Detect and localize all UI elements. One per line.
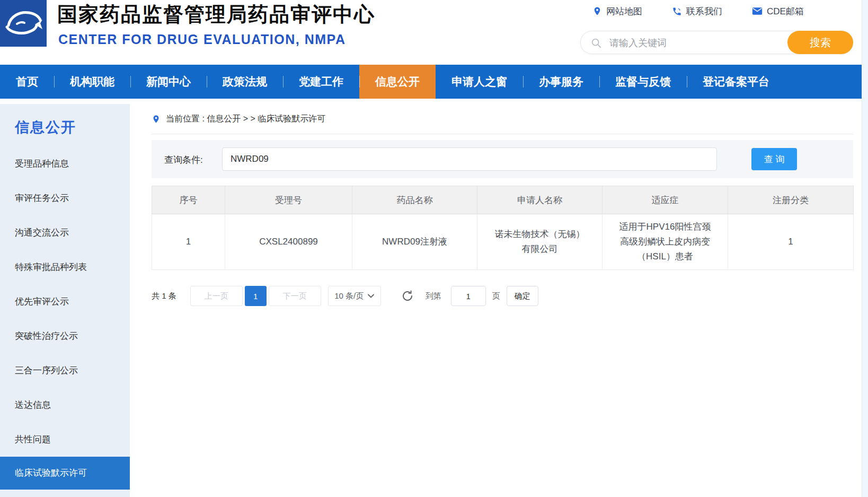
nav-item-party[interactable]: 党建工作 (283, 65, 359, 99)
nav-item-supervision[interactable]: 监督与反馈 (599, 65, 687, 99)
sidebar-item-breakthrough-therapy[interactable]: 突破性治疗公示 (0, 319, 130, 353)
sidebar-title: 信息公开 (0, 104, 130, 137)
nav-item-functions[interactable]: 机构职能 (54, 65, 130, 99)
search-icon (590, 37, 602, 49)
site-title-chinese: 国家药品监督管理局药品审评中心 (57, 1, 375, 28)
cde-mail-link[interactable]: CDE邮箱 (752, 5, 804, 18)
query-condition-input[interactable] (222, 147, 717, 171)
sidebar-item-three-in-one[interactable]: 三合一序列公示 (0, 353, 130, 388)
nav-item-home[interactable]: 首页 (0, 65, 54, 99)
sidebar-item-delivery-info[interactable]: 送达信息 (0, 388, 130, 422)
cde-mail-label: CDE邮箱 (767, 5, 804, 18)
goto-page-input[interactable] (451, 286, 486, 306)
pagination-total: 共 1 条 (152, 291, 176, 301)
nav-item-registration-platform[interactable]: 登记备案平台 (687, 65, 785, 99)
col-acceptance-number: 受理号 (225, 186, 352, 214)
cell-drug-name: NWRD09注射液 (352, 214, 477, 270)
cde-logo[interactable] (0, 0, 47, 47)
query-button[interactable]: 查 询 (751, 148, 797, 170)
pagination: 共 1 条 上一页 1 下一页 10 条/页 到第 页 确定 (152, 286, 853, 306)
sidebar-items: 受理品种信息 审评任务公示 沟通交流公示 特殊审批品种列表 优先审评公示 突破性… (0, 146, 130, 490)
nav-item-services[interactable]: 办事服务 (523, 65, 599, 99)
contact-label: 联系我们 (686, 5, 722, 18)
page-number-1[interactable]: 1 (245, 286, 267, 306)
map-pin-icon (592, 6, 602, 16)
sidebar-item-clinical-trial-implied-license[interactable]: 临床试验默示许可 (0, 457, 130, 490)
table-row: 1 CXSL2400899 NWRD09注射液 诺未生物技术（无锡）有限公司 适… (152, 214, 854, 270)
sidebar-item-special-approval[interactable]: 特殊审批品种列表 (0, 250, 130, 284)
site-title-english: CENTER FOR DRUG EVALUATION, NMPA (58, 32, 346, 47)
query-condition-label: 查询条件: (164, 154, 203, 166)
mail-icon (752, 7, 763, 15)
cde-nmpa-page: 国家药品监督管理局药品审评中心 CENTER FOR DRUG EVALUATI… (0, 0, 868, 497)
nav-item-applicant-window[interactable]: 申请人之窗 (436, 65, 523, 99)
prev-page-button[interactable]: 上一页 (190, 286, 243, 306)
cell-serial-number: 1 (152, 214, 225, 270)
breadcrumb-text: 当前位置 : 信息公开 > > 临床试验默示许可 (166, 114, 325, 125)
col-indication: 适应症 (603, 186, 728, 214)
results-table: 序号 受理号 药品名称 申请人名称 适应症 注册分类 1 CXSL2400899… (152, 186, 854, 270)
site-header: 国家药品监督管理局药品审评中心 CENTER FOR DRUG EVALUATI… (0, 0, 868, 65)
cell-registration-category: 1 (728, 214, 854, 270)
sidebar-item-common-issues[interactable]: 共性问题 (0, 422, 130, 457)
nav-item-news[interactable]: 新闻中心 (130, 65, 207, 99)
search-input[interactable] (608, 32, 785, 54)
sidebar-item-communication[interactable]: 沟通交流公示 (0, 215, 130, 250)
sidebar-item-priority-review[interactable]: 优先审评公示 (0, 284, 130, 319)
confirm-button[interactable]: 确定 (507, 286, 538, 306)
search-button[interactable]: 搜索 (787, 31, 853, 54)
scrollbar[interactable] (862, 0, 868, 497)
page-size-select[interactable]: 10 条/页 (328, 286, 381, 306)
page-size-value: 10 条/页 (334, 291, 364, 301)
col-registration-category: 注册分类 (728, 186, 854, 214)
sitemap-label: 网站地图 (606, 5, 642, 18)
header-quick-links: 网站地图 联系我们 CDE邮箱 (592, 3, 804, 19)
table-header-row: 序号 受理号 药品名称 申请人名称 适应症 注册分类 (152, 186, 854, 214)
location-pin-icon (152, 114, 161, 125)
nav-item-policies[interactable]: 政策法规 (207, 65, 283, 99)
main-nav: 首页 机构职能 新闻中心 政策法规 党建工作 信息公开 申请人之窗 办事服务 监… (0, 65, 868, 99)
cell-applicant-name: 诺未生物技术（无锡）有限公司 (477, 214, 603, 270)
contact-link[interactable]: 联系我们 (672, 5, 722, 18)
site-search: 搜索 (580, 31, 853, 54)
cell-indication: 适用于HPV16阳性宫颈高级别鳞状上皮内病变（HSIL）患者 (603, 214, 728, 270)
col-applicant-name: 申请人名称 (477, 186, 603, 214)
col-serial-number: 序号 (152, 186, 225, 214)
goto-page-label: 到第 (426, 291, 441, 301)
nav-item-information-disclosure[interactable]: 信息公开 (359, 65, 436, 99)
refresh-button[interactable] (401, 290, 414, 302)
query-panel: 查询条件: 查 询 (152, 140, 853, 178)
main-content: 当前位置 : 信息公开 > > 临床试验默示许可 查询条件: 查 询 序号 受理… (152, 104, 853, 306)
next-page-button[interactable]: 下一页 (269, 286, 321, 306)
sidebar-item-accepted-varieties[interactable]: 受理品种信息 (0, 146, 130, 181)
chevron-down-icon (368, 294, 374, 298)
sidebar-item-review-tasks[interactable]: 审评任务公示 (0, 181, 130, 215)
sidebar: 信息公开 受理品种信息 审评任务公示 沟通交流公示 特殊审批品种列表 优先审评公… (0, 104, 130, 497)
goto-page-unit: 页 (492, 291, 500, 301)
col-drug-name: 药品名称 (352, 186, 477, 214)
cell-acceptance-number: CXSL2400899 (225, 214, 352, 270)
breadcrumb: 当前位置 : 信息公开 > > 临床试验默示许可 (152, 104, 853, 134)
refresh-icon (401, 290, 414, 302)
sitemap-link[interactable]: 网站地图 (592, 5, 642, 18)
phone-icon (672, 6, 682, 16)
